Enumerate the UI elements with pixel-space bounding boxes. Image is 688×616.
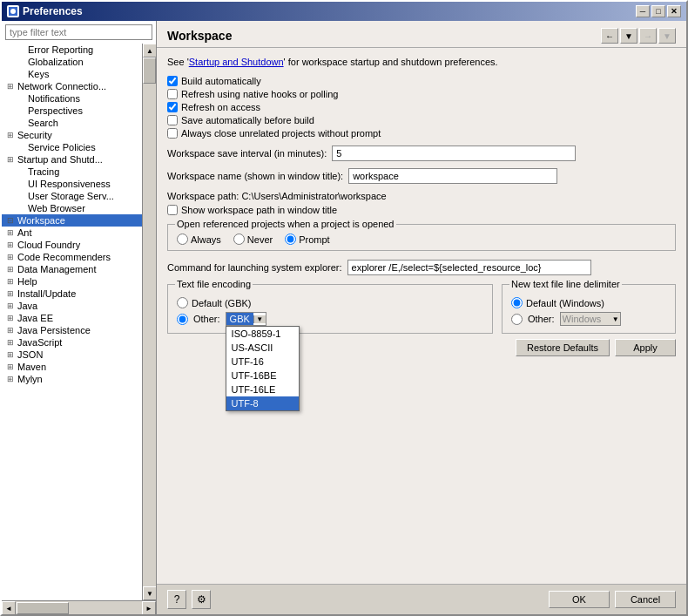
encoding-default-radio[interactable] — [177, 297, 188, 308]
option-iso[interactable]: ISO-8859-1 — [226, 327, 299, 341]
sidebar-item-search[interactable]: Search — [2, 117, 142, 129]
close-unrelated-checkbox[interactable] — [167, 128, 178, 139]
command-input[interactable] — [347, 260, 591, 275]
sidebar-item-security[interactable]: ⊞ Security — [2, 129, 142, 141]
option-utf16be[interactable]: UTF-16BE — [226, 369, 299, 382]
sidebar-item-java-persistence[interactable]: ⊞ Java Persistence — [2, 324, 142, 336]
forward-dropdown-button[interactable]: ▼ — [658, 28, 676, 44]
sidebar-item-data-management[interactable]: ⊞ Data Management — [2, 263, 142, 275]
radio-always[interactable] — [177, 234, 188, 245]
filter-input[interactable] — [5, 24, 152, 40]
leaf-icon — [16, 69, 26, 79]
close-button[interactable]: ✕ — [667, 5, 681, 17]
sidebar-item-install-update[interactable]: ⊞ Install/Update — [2, 288, 142, 300]
expand-icon: ⊞ — [5, 301, 16, 311]
sidebar-item-notifications[interactable]: Notifications — [2, 92, 142, 105]
radio-prompt-label: Prompt — [299, 234, 329, 245]
save-interval-input[interactable] — [332, 146, 576, 161]
sidebar-item-ant[interactable]: ⊞ Ant — [2, 227, 142, 239]
sidebar-item-javascript[interactable]: ⊞ JavaScript — [2, 336, 142, 349]
scrollbar-thumb[interactable] — [143, 58, 156, 84]
show-path-row: Show workspace path in window title — [167, 205, 676, 215]
sidebar-label: Maven — [17, 362, 46, 372]
leaf-icon — [16, 57, 26, 67]
sidebar-item-network[interactable]: ⊞ Network Connectio... — [2, 80, 142, 92]
sidebar-item-mylyn[interactable]: ⊞ Mylyn — [2, 373, 142, 385]
option-usascii[interactable]: US-ASCII — [226, 341, 299, 355]
delimiter-other-select[interactable]: Windows — [560, 312, 621, 326]
gbk-dropdown-button[interactable]: ▼ — [253, 315, 266, 323]
scroll-right-button[interactable]: ► — [142, 601, 156, 614]
sidebar-label: Notifications — [28, 93, 80, 104]
delimiter-default-radio[interactable] — [511, 297, 523, 308]
encoding-title: Text file encoding — [175, 279, 253, 289]
scroll-up-button[interactable]: ▲ — [143, 44, 156, 58]
sidebar-item-workspace[interactable]: ⊟ Workspace — [2, 214, 142, 227]
sidebar-item-service-policies[interactable]: Service Policies — [2, 141, 142, 153]
content-area: Error Reporting Globalization Keys — [2, 21, 686, 614]
sidebar-label: Network Connectio... — [17, 81, 106, 91]
refresh-access-checkbox[interactable] — [167, 102, 178, 112]
tree-container: Error Reporting Globalization Keys — [2, 44, 142, 600]
command-row: Command for launching system explorer: — [167, 260, 676, 275]
encoding-other-radio[interactable] — [177, 314, 188, 325]
sidebar-item-web-browser[interactable]: Web Browser — [2, 202, 142, 214]
save-before-build-label: Save automatically before build — [181, 115, 314, 125]
help-button[interactable]: ? — [167, 590, 186, 609]
sidebar-item-help[interactable]: ⊞ Help — [2, 275, 142, 288]
radio-prompt[interactable] — [285, 234, 296, 245]
back-button[interactable]: ← — [601, 28, 618, 44]
sidebar-item-user-storage[interactable]: User Storage Serv... — [2, 190, 142, 202]
delimiter-default-label: Default (Windows) — [526, 298, 604, 308]
sidebar-item-code-recommenders[interactable]: ⊞ Code Recommenders — [2, 251, 142, 263]
encoding-default-row: Default (GBK) — [177, 297, 483, 308]
hscroll-thumb[interactable] — [17, 602, 69, 614]
delimiter-other-radio[interactable] — [511, 314, 523, 325]
radio-never[interactable] — [233, 234, 245, 245]
expand-icon: ⊞ — [5, 337, 16, 348]
sidebar-item-keys[interactable]: Keys — [2, 68, 142, 80]
sidebar-item-globalization[interactable]: Globalization — [2, 56, 142, 68]
startup-shutdown-link[interactable]: Startup and Shutdown — [189, 57, 284, 67]
sidebar-label: JavaScript — [17, 337, 62, 348]
sidebar-scrollbar[interactable]: ▲ ▼ — [142, 44, 156, 600]
refresh-native-checkbox[interactable] — [167, 89, 178, 99]
maximize-button[interactable]: □ — [651, 5, 665, 17]
minimize-button[interactable]: ─ — [636, 5, 650, 17]
panel-body: See 'Startup and Shutdown' for workspace… — [157, 48, 686, 584]
sidebar-label: Service Policies — [28, 142, 96, 152]
workspace-name-input[interactable] — [348, 168, 557, 184]
back-dropdown-button[interactable]: ▼ — [620, 28, 637, 44]
option-utf8[interactable]: UTF-8 — [226, 396, 299, 410]
svg-point-1 — [10, 9, 16, 14]
sidebar-item-perspectives[interactable]: Perspectives — [2, 105, 142, 117]
sidebar-item-error-reporting[interactable]: Error Reporting — [2, 44, 142, 56]
sidebar-item-ui-responsiveness[interactable]: UI Responsiveness — [2, 178, 142, 190]
apply-button[interactable]: Apply — [615, 339, 676, 356]
sidebar-item-java-ee[interactable]: ⊞ Java EE — [2, 312, 142, 324]
option-utf16le[interactable]: UTF-16LE — [226, 382, 299, 396]
show-path-checkbox[interactable] — [167, 205, 178, 215]
settings-button[interactable]: ⚙ — [192, 590, 211, 609]
sidebar-label: Mylyn — [17, 374, 43, 384]
sidebar-hscrollbar[interactable]: ◄ ► — [2, 600, 156, 614]
expand-icon: ⊞ — [5, 264, 16, 274]
sidebar-item-json[interactable]: ⊞ JSON — [2, 349, 142, 361]
cancel-button[interactable]: Cancel — [615, 591, 676, 608]
sidebar-label: Data Management — [17, 264, 97, 274]
option-utf16[interactable]: UTF-16 — [226, 355, 299, 369]
scroll-down-button[interactable]: ▼ — [143, 586, 156, 600]
build-auto-checkbox[interactable] — [167, 76, 178, 86]
sidebar-item-java[interactable]: ⊞ Java — [2, 300, 142, 312]
ok-button[interactable]: OK — [549, 591, 610, 608]
sidebar-item-startup[interactable]: ⊞ Startup and Shutd... — [2, 153, 142, 166]
expand-icon: ⊟ — [5, 215, 16, 226]
forward-button[interactable]: → — [639, 28, 657, 44]
sidebar-item-maven[interactable]: ⊞ Maven — [2, 361, 142, 373]
restore-defaults-button[interactable]: Restore Defaults — [516, 339, 610, 356]
sidebar-item-cloud-foundry[interactable]: ⊞ Cloud Foundry — [2, 239, 142, 251]
save-before-build-checkbox[interactable] — [167, 115, 178, 125]
scroll-left-button[interactable]: ◄ — [2, 601, 16, 614]
sidebar-item-tracing[interactable]: Tracing — [2, 166, 142, 178]
expand-icon: ⊞ — [5, 227, 16, 238]
